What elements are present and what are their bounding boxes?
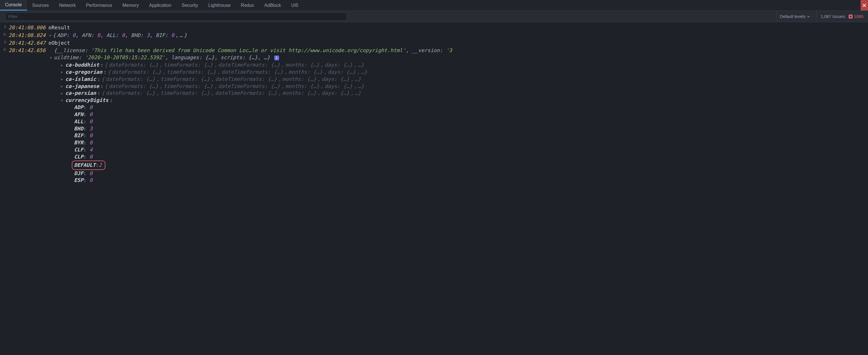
prop-value: 0 (89, 170, 93, 176)
disclosure-triangle-icon[interactable]: ▶ (60, 62, 64, 68)
tree-leaf: BIF: 0 (65, 132, 868, 139)
prop-value: '2020-10-20T05:15:22.539Z' (85, 54, 165, 60)
prop-key: DEFAULT (74, 162, 96, 169)
console-row: 20:41:42.647 oObject (2, 39, 868, 47)
prop-key: CLP (74, 154, 84, 160)
tab-performance[interactable]: Performance (81, 0, 117, 10)
prop-key: __license (57, 47, 85, 53)
disclosure-triangle-icon[interactable]: ▶ (60, 83, 64, 89)
tree-leaf: AFN: 0 (65, 111, 868, 118)
prop-value: 0 (89, 154, 93, 160)
prop-value: 0 (89, 139, 93, 146)
tree-leaf: DJF: 0 (65, 170, 868, 177)
timestamp: 20:41:42.656 (8, 47, 49, 54)
disclosure-triangle-icon[interactable]: ▶ (60, 69, 64, 75)
log-levels-dropdown[interactable]: Default levels (777, 11, 813, 22)
prop-key: uildtime (54, 54, 79, 60)
input-marker-icon (2, 24, 8, 29)
tab-ui5[interactable]: UI5 (286, 0, 304, 10)
tab-adblock[interactable]: AdBlock (259, 0, 286, 10)
svg-point-2 (6, 49, 7, 50)
expression-text: oResult (49, 24, 70, 31)
prop-value: 0 (89, 177, 93, 183)
prop-key: scripts (221, 54, 242, 60)
info-icon[interactable]: i (274, 56, 279, 60)
console-row: 20:41:08.006 oResult (2, 24, 868, 32)
log-levels-label: Default levels (780, 14, 805, 19)
tab-redux[interactable]: Redux (236, 0, 259, 10)
tree-leaf: BYR: 0 (65, 139, 868, 146)
tab-memory[interactable]: Memory (117, 0, 144, 10)
console-output: 20:41:08.006 oResult 20:41:08.024 ▶ {ADP… (0, 22, 868, 184)
output-marker-icon (2, 47, 8, 52)
object-tree: ▶ca-buddhist: {dateFormats: {…}, timeFor… (2, 62, 868, 184)
disclosure-triangle-icon[interactable]: ▼ (49, 54, 53, 61)
console-row: 20:41:08.024 ▶ {ADP: 0, AFN: 0, ALL: 0, … (2, 32, 868, 39)
expression-text: oObject (49, 39, 70, 47)
prop-key: ca-gregorian (65, 69, 102, 76)
tab-lighthouse[interactable]: Lighthouse (203, 0, 236, 10)
console-row: 20:41:42.656 ▼ {__license: 'This file ha… (2, 47, 868, 62)
chevron-down-icon (807, 14, 810, 19)
input-marker-icon (2, 39, 8, 44)
prop-key: ca-buddhist (65, 62, 99, 69)
prop-key: BIF (74, 132, 84, 138)
tree-node[interactable]: ▶ca-persian: {dateFormats: {…}, timeForm… (56, 90, 868, 97)
prop-key: BHD (74, 126, 84, 131)
timestamp: 20:41:08.024 (8, 32, 49, 39)
prop-value: 0 (89, 132, 93, 138)
tree-node[interactable]: ▶ca-gregorian: {dateFormats: {…}, timeFo… (56, 69, 868, 76)
tree-leaf: ESP: 0 (65, 177, 868, 184)
timestamp: 20:41:42.647 (8, 39, 49, 47)
prop-value: 0 (89, 111, 93, 117)
prop-value: '3 (446, 47, 452, 53)
tree-node[interactable]: ▼ currencyDigits: (56, 97, 868, 104)
prop-value: 4 (89, 147, 93, 153)
prop-key: ca-persian (65, 90, 96, 97)
console-toolbar: Filter Default levels 1,087 Issues: 1085 (0, 11, 868, 22)
output-marker-icon (2, 32, 8, 36)
tab-network[interactable]: Network (54, 0, 81, 10)
prop-key: BYR (74, 139, 84, 146)
issues-label: 1,087 Issues: (820, 14, 846, 19)
prop-key: ALL (74, 119, 84, 124)
disclosure-triangle-icon[interactable]: ▶ (60, 76, 64, 82)
prop-key: languages (171, 54, 199, 60)
devtools-tabstrip: ConsoleSourcesNetworkPerformanceMemoryAp… (0, 0, 868, 11)
filter-input[interactable]: Filter (5, 12, 347, 21)
timestamp: 20:41:08.006 (8, 24, 49, 31)
highlighted-property: DEFAULT: 2 (72, 161, 105, 170)
disclosure-triangle-icon[interactable]: ▶ (60, 90, 64, 97)
prop-key: ca-islamic (65, 76, 96, 83)
prop-value: 'This file has been derived from Unicode… (91, 47, 405, 53)
tab-console[interactable]: Console (0, 0, 27, 10)
prop-value: 3 (89, 126, 93, 131)
object-preview[interactable]: ▼ {__license: 'This file has been derive… (49, 47, 452, 61)
prop-key: CLF (74, 147, 84, 153)
tree-leaf: CLF: 4 (65, 146, 868, 154)
tree-leaf: CLP: 0 (65, 154, 868, 161)
disclosure-triangle-icon[interactable]: ▶ (49, 32, 53, 39)
tab-sources[interactable]: Sources (27, 0, 54, 10)
issues-counter[interactable]: 1,087 Issues: 1085 (816, 11, 866, 22)
tree-node[interactable]: ▶ca-buddhist: {dateFormats: {…}, timeFor… (56, 62, 868, 69)
tab-application[interactable]: Application (144, 0, 176, 10)
error-count-value: 1085 (854, 14, 863, 19)
tab-security[interactable]: Security (177, 0, 203, 10)
error-icon (848, 14, 853, 19)
object-preview[interactable]: {ADP: 0, AFN: 0, ALL: 0, BHD: 3, BIF: 0,… (53, 32, 187, 39)
close-icon[interactable] (861, 0, 868, 10)
prop-value: 0 (89, 119, 93, 124)
svg-point-1 (6, 34, 7, 35)
prop-key: __version (412, 47, 440, 53)
tree-node[interactable]: ▶ca-japanese: {dateFormats: {…}, timeFor… (56, 83, 868, 90)
tree-leaf: BHD: 3 (65, 125, 868, 132)
prop-key: DJF (74, 170, 84, 176)
tree-node[interactable]: ▶ca-islamic: {dateFormats: {…}, timeForm… (56, 76, 868, 83)
prop-key: AFN (74, 111, 84, 117)
tree-leaf: ALL: 0 (65, 118, 868, 125)
prop-key: currencyDigits (65, 97, 108, 104)
disclosure-triangle-icon[interactable]: ▼ (60, 97, 64, 104)
filter-placeholder: Filter (8, 14, 18, 19)
prop-key: ADP (74, 104, 84, 110)
